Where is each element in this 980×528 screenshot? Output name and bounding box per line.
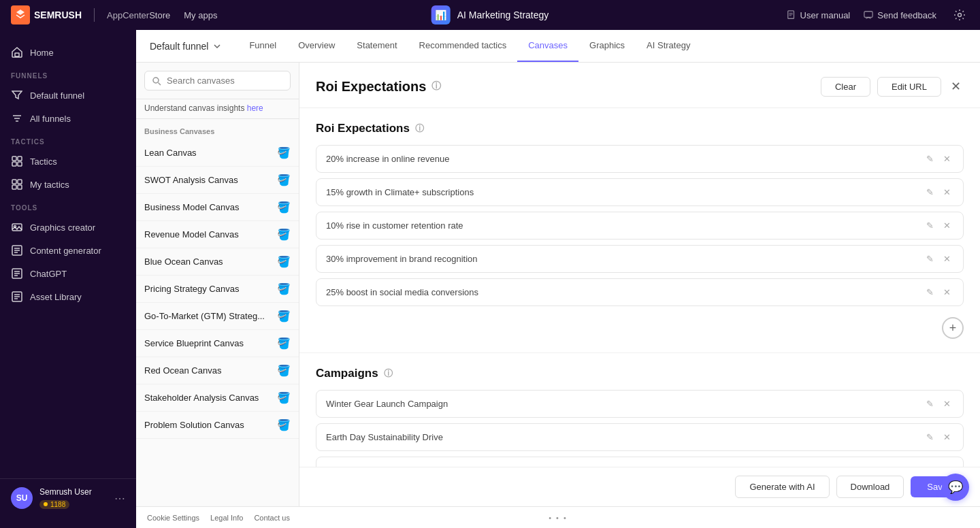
roi-info-icon[interactable]: ⓘ [415,122,424,135]
tab-ai-strategy[interactable]: AI Strategy [636,30,701,62]
semrush-logo[interactable]: SEMRUSH AppCenter [11,5,149,24]
roi-items-list: 20% increase in online revenue ✎ ✕ 15% g… [316,145,964,306]
funnel-icon [11,89,23,101]
svg-rect-16 [18,180,22,184]
canvas-item-name: Service Blueprint Canvas [144,338,244,348]
funnel-selector[interactable]: Default funnel [150,41,222,52]
campaign-item-actions: ✎ ✕ [924,431,953,444]
canvas-items-list: Lean Canvas 🪣 SWOT Analysis Canvas 🪣 Bus… [136,139,299,506]
contact-us-link[interactable]: Contact us [254,514,290,522]
sidebar-item-chatgpt[interactable]: ChatGPT [0,262,136,285]
home-icon [11,46,23,59]
roi-item-actions: ✎ ✕ [924,152,953,165]
my-apps-link[interactable]: My apps [184,10,217,20]
send-feedback-label: Send feedback [877,10,936,20]
clear-button[interactable]: Clear [821,77,870,97]
nav-right-actions: User manual Send feedback [787,5,969,24]
canvas-item-icon: 🪣 [277,228,291,241]
canvas-list-item[interactable]: Lean Canvas 🪣 [136,139,299,167]
tab-funnel[interactable]: Funnel [238,30,287,62]
edit-icon[interactable]: ✎ [924,397,936,410]
edit-icon[interactable]: ✎ [924,219,936,232]
canvas-item-name: Business Model Canvas [144,202,239,212]
canvas-item-icon: 🪣 [277,364,291,377]
edit-icon[interactable]: ✎ [924,286,936,299]
main-layout: Home FUNNELS Default funnel All funnels … [0,30,980,528]
sidebar-item-asset-library[interactable]: Asset Library [0,285,136,308]
remove-icon[interactable]: ✕ [941,186,953,199]
campaigns-info-icon[interactable]: ⓘ [384,367,393,380]
canvas-list-item[interactable]: Blue Ocean Canvas 🪣 [136,248,299,276]
search-input[interactable] [167,76,283,86]
edit-icon[interactable]: ✎ [924,431,936,444]
sidebar-item-default-funnel[interactable]: Default funnel [0,84,136,107]
remove-icon[interactable]: ✕ [941,397,953,410]
roi-item-text: 10% rise in customer retention rate [326,220,924,231]
svg-rect-18 [18,185,22,189]
edit-icon[interactable]: ✎ [924,252,936,265]
svg-rect-5 [864,12,872,18]
filter-icon [11,112,23,125]
settings-icon[interactable] [950,5,969,24]
roi-add-button[interactable]: + [942,317,964,339]
canvas-list-item[interactable]: SWOT Analysis Canvas 🪣 [136,167,299,194]
svg-rect-14 [18,162,22,166]
remove-icon[interactable]: ✕ [941,219,953,232]
search-box[interactable] [144,71,291,90]
canvas-item-name: Revenue Model Canvas [144,229,239,240]
tab-statement[interactable]: Statement [346,30,408,62]
cookie-settings-link[interactable]: Cookie Settings [147,514,199,522]
canvas-list-item[interactable]: Go-To-Market (GTM) Strateg... 🪣 [136,303,299,330]
canvas-list-item[interactable]: Service Blueprint Canvas 🪣 [136,330,299,357]
remove-icon[interactable]: ✕ [941,286,953,299]
top-navigation: SEMRUSH AppCenter Store My apps 📊 AI Mar… [0,0,980,30]
canvas-list-item[interactable]: Business Model Canvas 🪣 [136,194,299,221]
tactics-section-label: TACTICS [0,130,136,150]
nav-divider [94,8,95,22]
user-manual-link[interactable]: User manual [787,10,851,20]
sidebar-item-home[interactable]: Home [0,41,136,64]
remove-icon[interactable]: ✕ [941,431,953,444]
insight-link[interactable]: here [247,103,263,113]
roi-item: 20% increase in online revenue ✎ ✕ [316,145,964,173]
canvas-list-item[interactable]: Problem Solution Canvas 🪣 [136,412,299,439]
edit-icon[interactable]: ✎ [924,186,936,199]
tab-graphics[interactable]: Graphics [578,30,636,62]
canvas-list-item[interactable]: Stakeholder Analysis Canvas 🪣 [136,384,299,412]
roi-item-text: 20% increase in online revenue [326,154,924,164]
tab-overview[interactable]: Overview [287,30,346,62]
sidebar-item-tactics[interactable]: Tactics [0,150,136,173]
search-icon [152,76,161,86]
canvas-title: Roi Expectations ⓘ [316,79,441,95]
edit-url-button[interactable]: Edit URL [877,77,941,97]
remove-icon[interactable]: ✕ [941,152,953,165]
edit-icon[interactable]: ✎ [924,152,936,165]
remove-icon[interactable]: ✕ [941,252,953,265]
legal-info-link[interactable]: Legal Info [210,514,243,522]
close-button[interactable]: ✕ [948,76,964,97]
sidebar-item-my-tactics[interactable]: My tactics [0,173,136,196]
feedback-icon [864,10,873,20]
sidebar-item-all-funnels[interactable]: All funnels [0,107,136,130]
tab-canvases[interactable]: Canvases [517,30,578,62]
send-feedback-link[interactable]: Send feedback [864,10,936,20]
svg-rect-11 [12,156,16,161]
user-profile[interactable]: SU Semrush User 1188 ⋯ [0,478,136,517]
tab-recommended-tactics[interactable]: Recommended tactics [408,30,518,62]
download-button[interactable]: Download [836,476,904,498]
generate-ai-button[interactable]: Generate with AI [735,476,829,498]
canvas-list-item[interactable]: Pricing Strategy Canvas 🪣 [136,276,299,303]
canvas-list-item[interactable]: Red Ocean Canvas 🪣 [136,357,299,384]
info-icon[interactable]: ⓘ [431,80,441,93]
badge-dot [44,502,48,506]
book-icon [787,10,796,20]
more-icon[interactable]: ⋯ [114,492,125,505]
canvas-list-item[interactable]: Revenue Model Canvas 🪣 [136,221,299,248]
canvas-item-name: Problem Solution Canvas [144,420,244,430]
store-link[interactable]: Store [149,10,170,20]
campaign-item-text: Winter Gear Launch Campaign [326,399,924,409]
campaigns-section-title: Campaigns ⓘ [316,367,964,380]
chat-bubble-button[interactable]: 💬 [942,474,969,501]
sidebar-item-content-generator[interactable]: Content generator [0,239,136,262]
sidebar-item-graphics-creator[interactable]: Graphics creator [0,216,136,239]
